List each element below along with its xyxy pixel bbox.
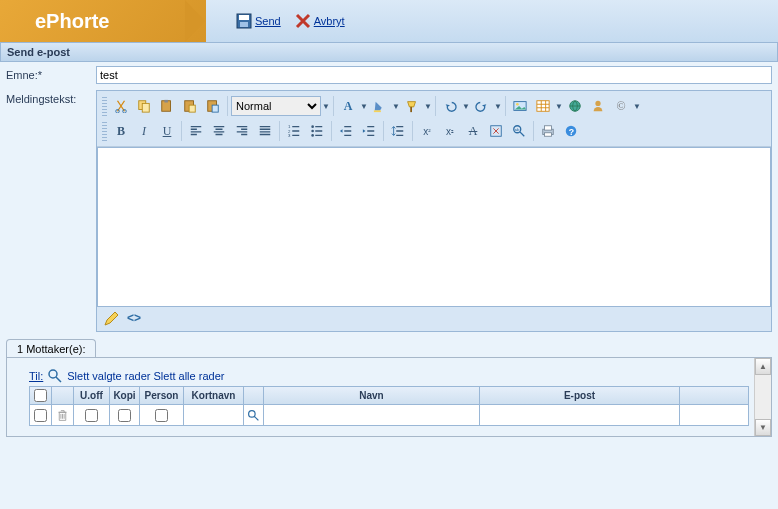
font-color-button[interactable]: A xyxy=(337,95,359,117)
col-kopi[interactable]: Kopi xyxy=(110,387,140,404)
highlight-button[interactable] xyxy=(369,95,391,117)
recipients-grid: U.off Kopi Person Kortnavn Navn E-post xyxy=(29,386,749,426)
bold-button[interactable]: B xyxy=(110,120,132,142)
tab-recipients[interactable]: 1 Mottaker(e): xyxy=(6,339,96,358)
kortnavn-cell[interactable] xyxy=(184,405,244,425)
outdent-button[interactable] xyxy=(335,120,357,142)
svg-text:3: 3 xyxy=(288,133,291,138)
editor-footer: <> xyxy=(97,307,771,331)
table-button[interactable] xyxy=(532,95,554,117)
paste-word-button[interactable] xyxy=(202,95,224,117)
subject-label: Emne:* xyxy=(6,66,96,81)
header-buttons: Send Avbryt xyxy=(206,0,345,42)
scroll-down-icon[interactable]: ▼ xyxy=(755,419,771,436)
delete-selected-link[interactable]: Slett valgte rader xyxy=(67,370,150,382)
til-label[interactable]: Til: xyxy=(29,370,43,382)
dropdown-icon[interactable]: ▼ xyxy=(633,102,641,111)
svg-point-16 xyxy=(516,103,519,106)
dropdown-icon[interactable]: ▼ xyxy=(392,102,400,111)
send-label: Send xyxy=(255,15,281,27)
svg-rect-6 xyxy=(142,103,149,112)
copy-button[interactable] xyxy=(133,95,155,117)
underline-button[interactable]: U xyxy=(156,120,178,142)
col-navn[interactable]: Navn xyxy=(264,387,480,404)
navn-cell[interactable] xyxy=(264,405,480,425)
paste-special-button[interactable] xyxy=(179,95,201,117)
send-button[interactable]: Send xyxy=(236,13,281,29)
indent-button[interactable] xyxy=(358,120,380,142)
dropdown-icon[interactable]: ▼ xyxy=(555,102,563,111)
strikethrough-button[interactable]: A xyxy=(462,120,484,142)
clear-format-button[interactable] xyxy=(485,120,507,142)
svg-rect-2 xyxy=(240,22,248,27)
dropdown-icon[interactable]: ▼ xyxy=(462,102,470,111)
redo-button[interactable] xyxy=(471,95,493,117)
unordered-list-button[interactable] xyxy=(306,120,328,142)
align-justify-button[interactable] xyxy=(254,120,276,142)
align-left-button[interactable] xyxy=(185,120,207,142)
dropdown-icon[interactable]: ▼ xyxy=(494,102,502,111)
search-icon[interactable] xyxy=(47,368,63,384)
col-epost[interactable]: E-post xyxy=(480,387,680,404)
help-button[interactable]: ? xyxy=(560,120,582,142)
col-kortnavn[interactable]: Kortnavn xyxy=(184,387,244,404)
svg-rect-30 xyxy=(545,126,552,130)
undo-button[interactable] xyxy=(439,95,461,117)
style-select[interactable]: Normal xyxy=(231,96,321,116)
paste-button[interactable] xyxy=(156,95,178,117)
body-row: Meldingstekst: Normal ▼ A▼ ▼ ▼ xyxy=(0,86,778,334)
toolbar-handle-icon[interactable] xyxy=(102,121,107,141)
code-icon[interactable]: <> xyxy=(127,311,143,327)
col-uoff[interactable]: U.off xyxy=(74,387,110,404)
editor-textarea[interactable] xyxy=(97,147,771,307)
toolbar-handle-icon[interactable] xyxy=(102,96,107,116)
format-paint-button[interactable] xyxy=(401,95,423,117)
svg-rect-8 xyxy=(164,100,168,103)
subject-input[interactable] xyxy=(96,66,772,84)
row-checkbox[interactable] xyxy=(34,409,47,422)
pencil-icon[interactable] xyxy=(103,311,119,327)
save-disk-icon xyxy=(236,13,252,29)
line-spacing-button[interactable] xyxy=(387,120,409,142)
select-all-checkbox[interactable] xyxy=(34,389,47,402)
svg-text:?: ? xyxy=(569,127,574,137)
uoff-checkbox[interactable] xyxy=(85,409,98,422)
cancel-x-icon xyxy=(295,13,311,29)
subscript-button[interactable]: x₂ xyxy=(439,120,461,142)
delete-row-icon[interactable] xyxy=(56,409,69,422)
copyright-button[interactable]: © xyxy=(610,95,632,117)
app-logo: ePhorte xyxy=(0,0,206,42)
scroll-up-icon[interactable]: ▲ xyxy=(755,358,771,375)
user-button[interactable] xyxy=(587,95,609,117)
person-checkbox[interactable] xyxy=(155,409,168,422)
cut-button[interactable] xyxy=(110,95,132,117)
print-button[interactable] xyxy=(537,120,559,142)
dropdown-icon[interactable]: ▼ xyxy=(360,102,368,111)
ordered-list-button[interactable]: 123 xyxy=(283,120,305,142)
svg-rect-13 xyxy=(374,110,381,112)
dropdown-icon[interactable]: ▼ xyxy=(424,102,432,111)
recipients-tabs: 1 Mottaker(e): ▲ ▼ Til: Slett valgte rad… xyxy=(0,334,778,437)
align-center-button[interactable] xyxy=(208,120,230,142)
align-right-button[interactable] xyxy=(231,120,253,142)
scrollbar[interactable]: ▲ ▼ xyxy=(754,358,771,436)
lookup-icon[interactable] xyxy=(247,409,260,422)
cancel-label: Avbryt xyxy=(314,15,345,27)
col-person[interactable]: Person xyxy=(140,387,184,404)
svg-point-25 xyxy=(311,134,314,137)
italic-button[interactable]: I xyxy=(133,120,155,142)
link-button[interactable] xyxy=(564,95,586,117)
epost-cell[interactable] xyxy=(480,405,680,425)
delete-all-link[interactable]: Slett alle rader xyxy=(153,370,224,382)
superscript-button[interactable]: x² xyxy=(416,120,438,142)
find-button[interactable]: ab xyxy=(508,120,530,142)
image-button[interactable] xyxy=(509,95,531,117)
cancel-button[interactable]: Avbryt xyxy=(295,13,345,29)
svg-point-34 xyxy=(49,370,57,378)
dropdown-icon[interactable]: ▼ xyxy=(322,102,330,111)
kopi-checkbox[interactable] xyxy=(118,409,131,422)
svg-rect-17 xyxy=(537,101,549,112)
subject-row: Emne:* xyxy=(0,62,778,86)
rich-text-editor: Normal ▼ A▼ ▼ ▼ ▼ ▼ ▼ © ▼ xyxy=(96,90,772,332)
body-label: Meldingstekst: xyxy=(6,90,96,105)
